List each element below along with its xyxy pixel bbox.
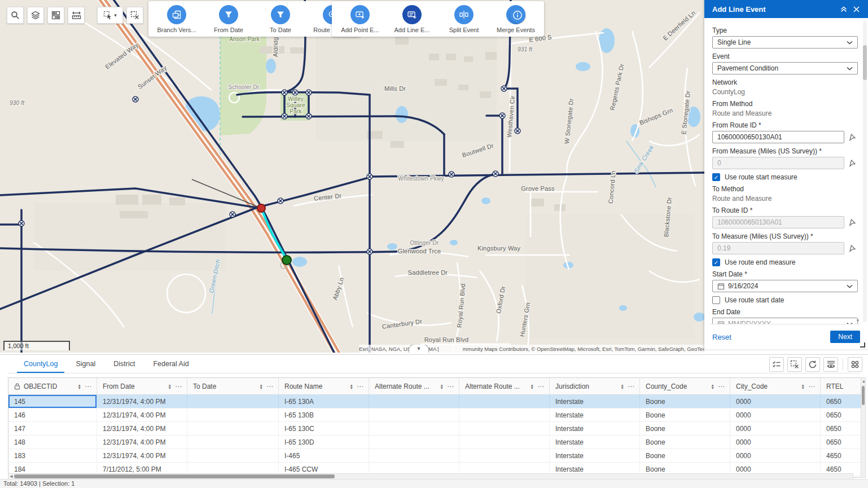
tab-federal-aid[interactable]: Federal Aid [146, 357, 195, 373]
cell[interactable]: 0650 [821, 408, 861, 421]
refresh-button[interactable] [805, 357, 820, 372]
toggle-fields-button[interactable] [823, 357, 838, 372]
split-event-button[interactable]: Split Event [445, 5, 483, 33]
from-route-id-input[interactable]: 10600000650130A01 [712, 131, 844, 143]
cell[interactable] [369, 436, 459, 449]
cell[interactable]: I-65 130B [279, 408, 369, 421]
column-header-to-date[interactable]: To Date▲▼⋯ [187, 378, 279, 394]
pick-from-route-on-map-icon[interactable] [847, 131, 858, 143]
reset-button[interactable]: Reset [712, 333, 731, 341]
use-route-start-measure-checkbox[interactable]: ✓ [712, 173, 720, 181]
event-select[interactable]: Pavement Condition [712, 62, 858, 74]
cell[interactable]: 0000 [730, 408, 821, 421]
cell[interactable] [369, 449, 459, 462]
cell[interactable] [459, 449, 550, 462]
column-header-jurisdiction[interactable]: Jurisdiction▲▼⋯ [550, 378, 640, 394]
cell[interactable]: I-65 130D [279, 436, 369, 449]
column-menu-icon[interactable]: ⋯ [808, 383, 816, 390]
table-row[interactable]: 14612/31/1974, 4:00 PMI-65 130BInterstat… [8, 408, 861, 422]
cell[interactable] [187, 422, 279, 435]
cell[interactable]: 0000 [730, 449, 821, 462]
table-row[interactable]: 14512/31/1974, 4:00 PMI-65 130AInterstat… [8, 395, 861, 408]
from-date-filter-button[interactable]: From Date [209, 5, 248, 33]
cell[interactable]: 183 [8, 449, 97, 462]
cell[interactable]: 145 [8, 395, 97, 408]
cell[interactable]: Interstate [550, 422, 640, 435]
close-panel-icon[interactable] [850, 3, 862, 15]
cell[interactable] [369, 422, 459, 435]
from-measure-input[interactable]: 0 [712, 157, 844, 169]
cell[interactable] [459, 436, 550, 449]
to-route-id-input[interactable]: 10600000650130A01 [712, 216, 844, 228]
cell[interactable]: 12/31/1974, 4:00 PM [97, 436, 187, 449]
cell[interactable] [187, 436, 279, 449]
cell[interactable] [187, 408, 279, 421]
use-route-end-measure-checkbox[interactable]: ✓ [712, 258, 720, 266]
add-point-event-button[interactable]: Add Point E... [341, 5, 379, 33]
apps-grid-button[interactable] [848, 357, 862, 372]
map-canvas[interactable]: Elevated WaySunset WayAnson ParkAldridge… [0, 0, 704, 353]
pick-to-route-on-map-icon[interactable] [847, 216, 858, 228]
cell[interactable]: I-65 130C [279, 422, 369, 435]
clear-selection-tool-button[interactable] [126, 7, 143, 24]
cell[interactable] [369, 408, 459, 421]
search-tool-button[interactable] [7, 7, 24, 24]
cell[interactable]: Boone [640, 395, 730, 408]
sort-icon[interactable]: ▲▼ [621, 384, 624, 389]
measure-tool-button[interactable] [68, 7, 85, 24]
cell[interactable]: 0650 [821, 436, 861, 449]
sort-icon[interactable]: ▲▼ [711, 384, 714, 389]
cell[interactable] [187, 395, 279, 408]
sort-icon[interactable]: ▲▼ [168, 384, 172, 389]
cell[interactable]: 0650 [821, 395, 861, 408]
cell[interactable]: Interstate [550, 395, 640, 408]
cell[interactable]: Boone [640, 436, 730, 449]
panel-scrollbar[interactable] [863, 20, 867, 322]
column-menu-icon[interactable]: ⋯ [447, 383, 454, 390]
column-menu-icon[interactable]: ⋯ [357, 383, 364, 390]
column-menu-icon[interactable]: ⋯ [266, 383, 274, 390]
type-select[interactable]: Single Line [712, 36, 858, 49]
pick-to-measure-on-map-icon[interactable] [847, 242, 858, 254]
table-row[interactable]: 18312/31/1974, 4:00 PMI-465InterstateBoo… [8, 449, 861, 463]
show-selection-button[interactable] [769, 357, 784, 372]
sort-icon[interactable]: ▲▼ [801, 384, 805, 389]
collapse-map-tab[interactable]: ▼ [409, 345, 429, 353]
cell[interactable]: Boone [640, 408, 730, 421]
cell[interactable] [187, 449, 279, 462]
cell[interactable]: 0000 [730, 422, 821, 435]
to-measure-input[interactable]: 0.19 [712, 242, 844, 254]
sort-icon[interactable]: ▲▼ [350, 384, 353, 389]
cell[interactable]: 0650 [821, 422, 861, 435]
tab-district[interactable]: District [107, 357, 142, 373]
cell[interactable] [459, 395, 550, 408]
table-vscroll-thumb[interactable] [862, 386, 865, 405]
sort-icon[interactable]: ▲▼ [440, 384, 444, 389]
cell[interactable]: 0000 [730, 436, 821, 449]
cell[interactable]: 12/31/1974, 4:00 PM [97, 395, 187, 408]
cell[interactable]: Interstate [550, 449, 640, 462]
column-menu-icon[interactable]: ⋯ [718, 383, 725, 390]
cell[interactable]: Interstate [550, 436, 640, 449]
cell[interactable] [459, 422, 550, 435]
cell[interactable]: I-465 [279, 449, 369, 462]
clear-table-selection-button[interactable] [787, 357, 802, 372]
column-menu-icon[interactable]: ⋯ [628, 383, 635, 390]
cell[interactable]: Boone [640, 449, 730, 462]
cell[interactable] [369, 395, 459, 408]
column-header-rtel[interactable]: RTEL [821, 378, 861, 394]
column-menu-icon[interactable]: ⋯ [175, 383, 182, 390]
column-header-alternate-route[interactable]: Alternate Route ...▲▼⋯ [459, 378, 550, 394]
sort-icon[interactable]: ▲▼ [531, 384, 534, 389]
tab-signal[interactable]: Signal [69, 357, 102, 373]
sort-icon[interactable]: ▲▼ [260, 384, 263, 389]
select-tool-button[interactable]: ▾ [97, 7, 123, 24]
column-header-city-code[interactable]: City_Code▲▼⋯ [730, 378, 821, 394]
dropdown-caret-icon[interactable]: ▾ [114, 12, 117, 18]
info-button[interactable] [510, 7, 525, 23]
table-hscroll-thumb[interactable] [14, 474, 335, 478]
next-button[interactable]: Next [830, 331, 860, 343]
column-header-county-code[interactable]: County_Code▲▼⋯ [640, 378, 730, 394]
column-header-objectid[interactable]: OBJECTID▲▼⋯ [8, 378, 97, 394]
column-header-alternate-route[interactable]: Alternate Route ...▲▼⋯ [369, 378, 459, 394]
